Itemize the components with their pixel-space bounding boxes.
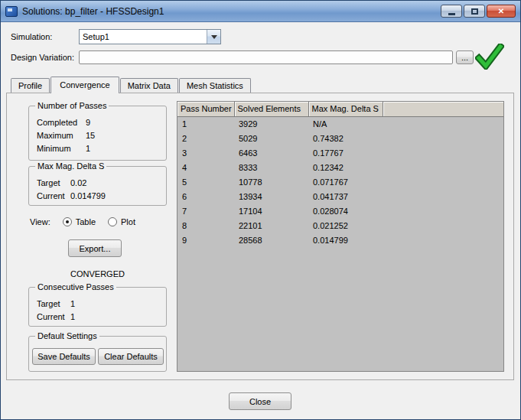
cell-elements: 22101 (234, 218, 308, 233)
minimize-button[interactable] (441, 5, 462, 18)
table-radio[interactable] (63, 217, 72, 226)
cell-elements: 8333 (234, 160, 308, 174)
combo-dropdown-button[interactable] (207, 30, 220, 44)
window-controls: ✕ (441, 5, 516, 18)
consec-target-label: Target (37, 298, 70, 310)
cell-delta: 0.014799 (308, 233, 383, 247)
convergence-table: Pass Number Solved Elements Max Mag. Del… (177, 101, 504, 372)
browse-button[interactable]: ... (456, 50, 474, 64)
group-title: Consecutive Passes (35, 282, 116, 292)
cell-pass: 4 (177, 160, 234, 174)
column-header-max-mag-delta-s[interactable]: Max Mag. Delta S (308, 102, 383, 116)
maximize-button[interactable] (464, 5, 485, 18)
consec-current-label: Current (37, 311, 70, 323)
cell-pass: 8 (177, 218, 234, 233)
table-row: 7171040.028074 (177, 203, 503, 218)
tab-profile[interactable]: Profile (11, 78, 50, 93)
converged-status: CONVERGED (28, 269, 167, 278)
current-label: Current (37, 190, 70, 202)
titlebar[interactable]: Solutions: bp_filter - HFSSDesign1 ✕ (1, 1, 520, 22)
minimum-value: 1 (86, 142, 90, 155)
minimize-icon (448, 13, 455, 15)
cell-elements: 6463 (234, 145, 308, 160)
tab-bar: Profile Convergence Matrix Data Mesh Sta… (11, 76, 252, 93)
valid-checkmark-icon (475, 44, 504, 70)
tab-mesh-statistics[interactable]: Mesh Statistics (179, 78, 251, 93)
cell-delta: 0.021252 (308, 218, 383, 233)
cell-delta: 0.041737 (308, 189, 383, 203)
convergence-panel: Number of Passes Completed9 Maximum15 Mi… (6, 93, 514, 380)
dialog-content: Simulation: Setup1 Design Variation: ...… (1, 22, 520, 419)
cell-elements: 28568 (234, 233, 308, 247)
cell-elements: 10778 (234, 174, 308, 189)
table-row: 5107780.071767 (177, 174, 503, 189)
group-title: Number of Passes (35, 100, 109, 111)
group-title: Default Settings (35, 330, 99, 341)
plot-radio-label: Plot (121, 217, 135, 226)
cell-pass: 6 (177, 189, 234, 203)
maximize-icon (471, 8, 478, 15)
simulation-select[interactable]: Setup1 (79, 29, 221, 44)
simulation-selected-value: Setup1 (80, 32, 207, 41)
close-button[interactable]: Close (229, 392, 291, 410)
design-variation-input[interactable] (79, 50, 453, 64)
cell-pass: 9 (177, 233, 234, 247)
tab-matrix-data[interactable]: Matrix Data (120, 78, 178, 93)
cell-delta: 0.071767 (308, 174, 383, 189)
cell-delta: 0.17767 (308, 145, 383, 160)
max-mag-delta-s-group: Max Mag. Delta S Target0.02 Current0.014… (28, 166, 167, 206)
cell-elements: 3929 (234, 116, 308, 131)
view-label: View: (30, 217, 50, 226)
maximum-label: Maximum (37, 129, 86, 142)
cell-delta: 0.12342 (308, 160, 383, 174)
cell-elements: 17104 (234, 203, 308, 218)
table-row: 250290.74382 (177, 131, 503, 145)
table-radio-label: Table (76, 217, 96, 226)
design-variation-label: Design Variation: (11, 52, 74, 63)
cell-delta: 0.028074 (308, 203, 383, 218)
table-row: 364630.17767 (177, 145, 503, 160)
current-value: 0.014799 (70, 190, 106, 202)
table-row: 8221010.021252 (177, 218, 503, 233)
table-row: 9285680.014799 (177, 233, 503, 247)
consec-target-value: 1 (70, 298, 75, 310)
minimum-label: Minimum (37, 142, 86, 155)
clear-defaults-button[interactable]: Clear Defaults (98, 348, 164, 365)
table-row: 6139340.041737 (177, 189, 503, 203)
view-plot-option[interactable]: Plot (108, 217, 135, 226)
default-settings-group: Default Settings Save Defaults Clear Def… (28, 336, 167, 372)
cell-delta: N/A (308, 116, 383, 131)
completed-value: 9 (86, 116, 90, 129)
column-header-solved-elements[interactable]: Solved Elements (234, 102, 308, 116)
tab-convergence[interactable]: Convergence (50, 77, 119, 93)
plot-radio[interactable] (108, 217, 117, 226)
table-row: 483330.12342 (177, 160, 503, 174)
consec-current-value: 1 (70, 311, 75, 323)
cell-pass: 1 (177, 116, 234, 131)
cell-pass: 3 (177, 145, 234, 160)
export-button[interactable]: Export... (68, 239, 122, 257)
column-header-pass-number[interactable]: Pass Number (177, 102, 234, 116)
table-header-row: Pass Number Solved Elements Max Mag. Del… (177, 102, 503, 116)
chevron-down-icon (211, 35, 217, 39)
close-window-button[interactable]: ✕ (487, 5, 516, 18)
group-title: Max Mag. Delta S (35, 161, 106, 171)
table-row: 13929N/A (177, 116, 503, 131)
completed-label: Completed (37, 116, 86, 129)
cell-pass: 2 (177, 131, 234, 145)
solutions-dialog: Solutions: bp_filter - HFSSDesign1 ✕ Sim… (0, 0, 521, 420)
cell-pass: 7 (177, 203, 234, 218)
window-title: Solutions: bp_filter - HFSSDesign1 (22, 6, 164, 17)
cell-elements: 13934 (234, 189, 308, 203)
view-selector: View: Table Plot (30, 217, 135, 226)
number-of-passes-group: Number of Passes Completed9 Maximum15 Mi… (28, 106, 167, 161)
app-icon (5, 6, 18, 17)
target-value: 0.02 (70, 177, 86, 189)
view-table-option[interactable]: Table (63, 217, 96, 226)
cell-pass: 5 (177, 174, 234, 189)
cell-elements: 5029 (234, 131, 308, 145)
maximum-value: 15 (86, 129, 95, 142)
save-defaults-button[interactable]: Save Defaults (32, 348, 96, 365)
target-label: Target (37, 177, 70, 189)
consecutive-passes-group: Consecutive Passes Target1 Current1 (28, 287, 167, 327)
